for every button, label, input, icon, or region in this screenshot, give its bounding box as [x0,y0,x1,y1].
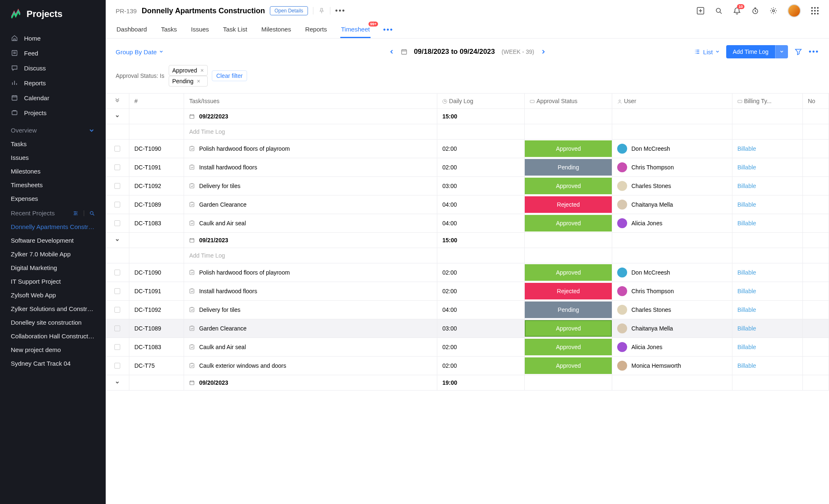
table-row[interactable]: DC-T1092 Delivery for tiles 03:00 Approv… [106,177,829,195]
tab-tasks[interactable]: Tasks [160,22,177,38]
more-icon[interactable]: ••• [335,7,346,15]
overview-item[interactable]: Issues [0,151,106,164]
row-checkbox[interactable] [114,288,120,294]
billing-type[interactable]: Billable [737,201,756,208]
status-badge[interactable]: Approved [525,264,612,281]
recent-project-item[interactable]: Donnelly Apartments Construction [0,220,106,234]
notifications-icon[interactable]: 10 [733,7,741,15]
row-checkbox[interactable] [114,164,120,170]
overview-header[interactable]: Overview [0,123,106,137]
row-checkbox[interactable] [114,146,120,152]
calendar-icon[interactable] [400,48,407,55]
add-time-log-row[interactable]: Add Time Log [106,124,829,140]
column-status[interactable]: Approval Status [525,94,612,109]
row-checkbox[interactable] [114,202,120,207]
group-by-dropdown[interactable]: Group By Date [116,48,163,55]
tab-timesheet[interactable]: Timesheet99+ [340,22,371,38]
filter-icon[interactable] [795,48,802,55]
row-checkbox[interactable] [114,344,120,350]
row-checkbox[interactable] [114,183,120,189]
settings-icon[interactable] [73,210,79,216]
nav-item-feed[interactable]: Feed [0,46,106,60]
column-task[interactable]: Task/Issues [184,94,437,109]
recent-project-item[interactable]: Zylker Solutions and Constructions [0,302,106,316]
billing-type[interactable]: Billable [737,145,756,152]
row-checkbox[interactable] [114,220,120,226]
recent-project-item[interactable]: Collaboration Hall Construction [0,329,106,343]
tabs-more-icon[interactable]: ••• [383,26,393,34]
column-id[interactable]: # [129,94,184,109]
row-checkbox[interactable] [114,326,120,331]
status-badge[interactable]: Approved [525,178,612,194]
open-details-button[interactable]: Open Details [270,6,308,15]
expand-group-icon[interactable] [111,113,124,119]
tab-task-list[interactable]: Task List [222,22,248,38]
toolbar-more-icon[interactable]: ••• [809,48,819,56]
status-badge[interactable]: Approved [525,357,612,374]
next-week-button[interactable] [541,49,546,54]
status-badge[interactable]: Approved [525,140,612,157]
status-badge[interactable]: Approved [525,320,612,337]
row-checkbox[interactable] [114,270,120,275]
table-row[interactable]: DC-T1091 Install hardwood floors 02:00 P… [106,158,829,177]
recent-project-item[interactable]: Sydney Cart Track 04 [0,357,106,370]
tab-dashboard[interactable]: Dashboard [116,22,148,38]
remove-chip-icon[interactable]: × [197,78,200,84]
apps-icon[interactable] [811,7,819,15]
table-row[interactable]: DC-T1091 Install hardwood floors 02:00 R… [106,282,829,301]
expand-group-icon[interactable] [111,237,124,243]
table-row[interactable]: DC-T1090 Polish hardwood floors of playr… [106,263,829,282]
table-row[interactable]: DC-T1089 Garden Clearance 03:00 Approved… [106,319,829,338]
overview-item[interactable]: Timesheets [0,178,106,192]
table-row[interactable]: DC-T75 Caulk exterior windows and doors … [106,357,829,375]
billing-type[interactable]: Billable [737,362,756,369]
billing-type[interactable]: Billable [737,164,756,171]
billing-type[interactable]: Billable [737,325,756,332]
status-badge[interactable]: Pending [525,301,612,318]
recent-project-item[interactable]: New project demo [0,343,106,357]
recent-project-item[interactable]: Software Development [0,234,106,247]
avatar[interactable] [788,4,801,17]
row-checkbox[interactable] [114,307,120,313]
column-daily[interactable]: Daily Log [437,94,525,109]
remove-chip-icon[interactable]: × [200,67,204,74]
logo[interactable]: Projects [0,0,106,28]
add-time-log-row[interactable]: Add Time Log [106,248,829,263]
table-row[interactable]: DC-T1089 Garden Clearance 04:00 Rejected… [106,195,829,214]
nav-item-discuss[interactable]: Discuss [0,60,106,75]
view-toggle[interactable]: List [694,48,719,55]
add-time-log-main[interactable]: Add Time Log [726,45,775,58]
status-badge[interactable]: Approved [525,339,612,355]
recent-project-item[interactable]: Zylsoft Web App [0,288,106,302]
recent-project-item[interactable]: IT Support Project [0,275,106,288]
status-badge[interactable]: Rejected [525,283,612,299]
prev-week-button[interactable] [389,49,394,54]
nav-item-reports[interactable]: Reports [0,75,106,90]
tab-milestones[interactable]: Milestones [260,22,292,38]
column-extra[interactable]: No [802,94,829,109]
billing-type[interactable]: Billable [737,183,756,189]
row-checkbox[interactable] [114,363,120,369]
billing-type[interactable]: Billable [737,220,756,227]
column-billing[interactable]: Billing Ty... [732,94,802,109]
search-icon[interactable] [89,210,95,216]
pin-icon[interactable] [318,7,325,14]
nav-item-home[interactable]: Home [0,31,106,46]
add-icon[interactable] [696,7,705,15]
status-badge[interactable]: Approved [525,215,612,232]
search-icon[interactable] [715,7,723,15]
gear-icon[interactable] [769,7,778,15]
status-badge[interactable]: Rejected [525,196,612,213]
table-row[interactable]: DC-T1083 Caulk and Air seal 04:00 Approv… [106,214,829,233]
clear-filter-button[interactable]: Clear filter [212,70,247,81]
status-badge[interactable]: Pending [525,159,612,176]
overview-item[interactable]: Tasks [0,137,106,151]
table-row[interactable]: DC-T1090 Polish hardwood floors of playr… [106,140,829,158]
expand-group-icon[interactable] [111,380,124,386]
nav-item-calendar[interactable]: Calendar [0,90,106,105]
billing-type[interactable]: Billable [737,288,756,294]
billing-type[interactable]: Billable [737,344,756,350]
recent-project-item[interactable]: Zylker 7.0 Mobile App [0,247,106,261]
overview-item[interactable]: Milestones [0,164,106,178]
recent-project-item[interactable]: Donelley site construction [0,316,106,329]
